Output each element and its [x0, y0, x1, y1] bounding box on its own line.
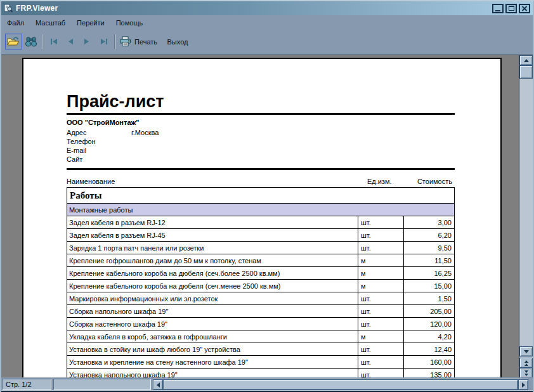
minimize-icon [495, 10, 500, 11]
menu-item-file[interactable]: Файл [6, 18, 25, 28]
contact-row-phone: Телефон [67, 138, 320, 147]
status-bar: Стр. 1/2 [1, 378, 533, 390]
exit-button[interactable]: Выход [164, 34, 192, 49]
arrow-up-icon [524, 56, 529, 62]
table-row: Сборка настенного шкафа 19" шт. 120,00 [67, 317, 455, 330]
row-price-cell: 205,00 [403, 305, 454, 317]
toolbar: Печать Выход [1, 30, 533, 55]
row-name-cell: Установка в стойку или шкаф любого 19" у… [67, 343, 358, 355]
vertical-scroll-track[interactable] [519, 79, 533, 346]
table-row: Маркировка информационных или эл.розеток… [67, 292, 455, 305]
close-button[interactable] [519, 4, 530, 13]
prev-page-button[interactable] [63, 34, 77, 49]
row-price-cell: 3,00 [403, 216, 454, 228]
exit-button-label: Выход [167, 38, 188, 46]
row-price-cell: 12,40 [403, 343, 454, 355]
row-unit-cell: шт. [358, 356, 403, 368]
table-row: Крепление кабельного короба на дюбеля (с… [67, 266, 455, 280]
contact-label: Телефон [67, 138, 96, 145]
row-name-cell: Крепление гофрошлангов диам до 50 мм к п… [67, 254, 358, 266]
row-unit-cell: шт. [358, 305, 403, 317]
double-arrow-down-icon [524, 370, 528, 376]
row-name-cell: Задел кабеля в разъем RJ-12 [67, 216, 358, 228]
group-header-row: Работы [67, 187, 455, 204]
row-unit-cell: м [358, 267, 403, 279]
contact-label: Сайт [67, 155, 82, 163]
prev-page-icon [67, 38, 74, 45]
row-name-cell: Сборка напольного шкафа 19" [67, 305, 358, 317]
price-table: Работы Монтажные работы Задел кабеля в р… [67, 187, 455, 377]
table-row: Задел кабеля в разъем RJ-12 шт. 3,00 [67, 216, 455, 229]
arrow-right-icon [522, 382, 528, 388]
row-price-cell: 6,20 [403, 229, 454, 241]
row-price-cell: 4,20 [403, 330, 454, 343]
print-button-label: Печать [134, 38, 157, 46]
window-title: FRP.Viewer [16, 4, 58, 13]
vertical-scroll-thumb[interactable] [519, 65, 533, 79]
binoculars-icon [25, 37, 37, 47]
table-row: Установка и крепление на стену настенног… [67, 355, 455, 369]
menu-item-scale[interactable]: Масштаб [35, 18, 66, 28]
row-price-cell: 135,00 [403, 369, 454, 377]
toolbar-separator [42, 34, 43, 49]
row-name-cell: Сборка настенного шкафа 19" [67, 318, 358, 330]
menu-item-goto[interactable]: Перейти [76, 18, 105, 28]
maximize-button[interactable] [505, 4, 517, 13]
last-page-button[interactable] [96, 34, 110, 49]
document-title: Прайс-лист [67, 92, 164, 112]
contact-row-email: E-mail [67, 147, 320, 155]
divider [67, 168, 455, 170]
contact-label: E-mail [67, 147, 86, 154]
horizontal-scroll-thumb[interactable] [163, 379, 518, 390]
arrow-left-icon [154, 382, 160, 388]
price-table-rows: Задел кабеля в разъем RJ-12 шт. 3,00 Зад… [67, 216, 455, 377]
find-button[interactable] [23, 34, 39, 49]
row-name-cell: Установка и крепление на стену настенног… [67, 356, 358, 368]
row-unit-cell: шт. [358, 343, 403, 355]
scroll-down-button[interactable] [519, 346, 533, 356]
column-header-name: Наименование [67, 178, 358, 185]
next-page-button[interactable] [80, 34, 94, 49]
row-price-cell: 120,00 [403, 318, 454, 330]
close-icon [521, 6, 528, 11]
double-arrow-up-icon [524, 360, 528, 366]
table-row: Крепление кабельного короба на дюбеля (с… [67, 279, 455, 292]
table-row: Установка в стойку или шкаф любого 19" у… [67, 343, 455, 356]
open-file-button[interactable] [5, 34, 22, 49]
arrow-down-icon [524, 350, 529, 356]
preview-viewport: Прайс-лист ООО "СтройМонтаж" Адрес г.Мос… [1, 55, 533, 377]
table-row: Задел кабеля в разъем RJ-45 шт. 6,20 [67, 228, 455, 242]
table-column-headers: Наименование Ед.изм. Стоимость [67, 178, 455, 185]
first-page-button[interactable] [47, 34, 61, 49]
page-up-button[interactable] [519, 358, 533, 368]
row-unit-cell: шт. [358, 216, 403, 228]
table-row: Сборка напольного шкафа 19" шт. 205,00 [67, 304, 455, 318]
vertical-scrollbar[interactable] [519, 55, 533, 377]
table-row: Укладка кабеля в короб, затяжка в гофрош… [67, 330, 455, 343]
row-name-cell: Крепление кабельного короба на дюбеля (с… [67, 267, 358, 279]
minimize-button[interactable] [492, 4, 504, 13]
contact-value: г.Москва [131, 129, 159, 136]
contact-row-address: Адрес г.Москва [67, 129, 320, 138]
row-price-cell: 15,00 [403, 280, 454, 292]
row-price-cell: 9,50 [403, 242, 454, 254]
page-down-button[interactable] [519, 368, 533, 377]
row-name-cell: Укладка кабеля в короб, затяжка в гофрош… [67, 330, 358, 343]
title-bar[interactable]: FRP.Viewer [1, 1, 533, 15]
next-page-icon [84, 38, 90, 45]
status-panel-secondary [53, 379, 151, 390]
row-name-cell: Крепление кабельного короба на дюбеля (с… [67, 280, 358, 292]
scroll-up-button[interactable] [519, 55, 533, 65]
scroll-left-button[interactable] [153, 379, 163, 390]
horizontal-scrollbar[interactable] [153, 379, 528, 390]
last-page-icon [100, 38, 108, 45]
scroll-right-button[interactable] [518, 379, 528, 390]
row-price-cell: 1,50 [403, 292, 454, 304]
report-page: Прайс-лист ООО "СтройМонтаж" Адрес г.Мос… [22, 58, 502, 377]
contact-label: Адрес [67, 129, 87, 136]
row-name-cell: Зарядка 1 порта патч панели или розетки [67, 242, 358, 254]
table-row: Крепление гофрошлангов диам до 50 мм к п… [67, 254, 455, 267]
column-header-price: Стоимость [404, 178, 455, 185]
printer-icon [119, 36, 131, 47]
menu-item-help[interactable]: Помощь [115, 18, 144, 28]
